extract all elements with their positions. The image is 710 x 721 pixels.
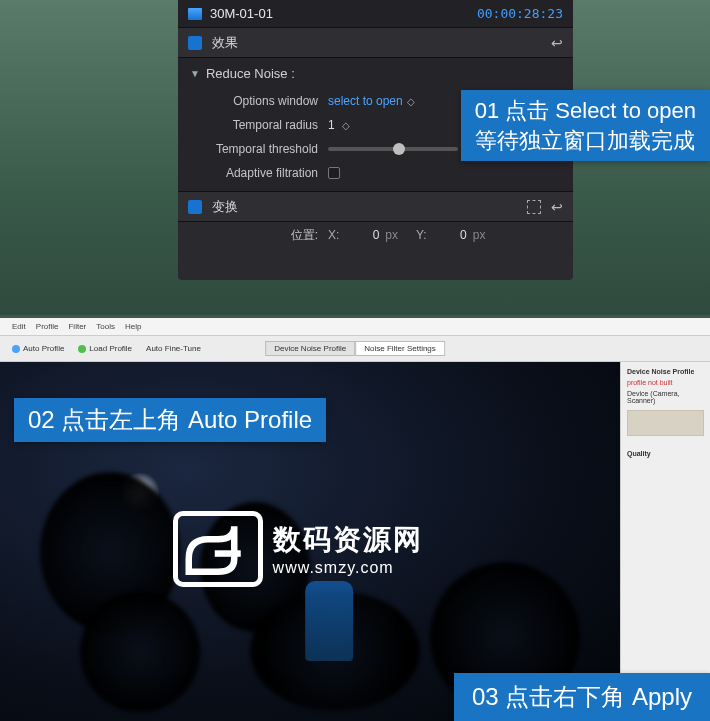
fine-tune-button[interactable]: Auto Fine-Tune xyxy=(142,342,205,355)
load-profile-button[interactable]: Load Profile xyxy=(74,342,136,355)
adaptive-filtration-label: Adaptive filtration xyxy=(178,166,328,180)
menu-tools[interactable]: Tools xyxy=(96,322,115,331)
dark-blob xyxy=(80,592,200,712)
app-toolbar: Auto Profile Load Profile Auto Fine-Tune… xyxy=(0,336,710,362)
y-unit: px xyxy=(473,228,486,242)
clip-icon xyxy=(188,8,202,20)
effects-checkbox-icon[interactable] xyxy=(188,36,202,50)
menu-edit[interactable]: Edit xyxy=(12,322,26,331)
load-profile-label: Load Profile xyxy=(89,344,132,353)
profile-side-panel: Device Noise Profile profile not built D… xyxy=(620,362,710,721)
watermark-cn: 数码资源网 xyxy=(273,521,423,559)
position-row: 位置: X: 0 px Y: 0 px xyxy=(178,222,573,248)
bottom-section: Edit Profile Filter Tools Help Auto Prof… xyxy=(0,318,710,721)
options-window-popup[interactable]: select to open xyxy=(328,94,403,108)
popup-caret-icon[interactable]: ◇ xyxy=(403,94,415,108)
disclosure-icon[interactable]: ▼ xyxy=(190,68,200,79)
temporal-threshold-slider[interactable] xyxy=(328,147,458,151)
menu-filter[interactable]: Filter xyxy=(68,322,86,331)
app-menubar: Edit Profile Filter Tools Help xyxy=(0,318,710,336)
callout-01-line2: 等待独立窗口加载完成 xyxy=(475,126,696,156)
temporal-radius-stepper[interactable]: 1 ◇ xyxy=(328,118,350,132)
transform-section-header[interactable]: 变换 ↩ xyxy=(178,192,573,222)
auto-profile-icon xyxy=(12,345,20,353)
temporal-radius-value: 1 xyxy=(328,118,335,132)
tab-noise-filter-settings[interactable]: Noise Filter Settings xyxy=(355,341,445,356)
device-label: Device (Camera, Scanner) xyxy=(627,390,704,404)
tab-device-noise-profile[interactable]: Device Noise Profile xyxy=(265,341,355,356)
view-tabs: Device Noise Profile Noise Filter Settin… xyxy=(265,341,445,356)
callout-01: 01 点击 Select to open 等待独立窗口加载完成 xyxy=(461,90,710,161)
callout-03: 03 点击右下角 Apply xyxy=(454,673,710,721)
top-section: 30M-01-01 00:00:28:23 效果 ↩ ▼ Reduce Nois… xyxy=(0,0,710,315)
stepper-caret-icon[interactable]: ◇ xyxy=(342,120,350,131)
watermark-en: www.smzy.com xyxy=(273,559,423,577)
position-label: 位置: xyxy=(178,227,328,244)
slider-knob-icon[interactable] xyxy=(393,143,405,155)
clip-timecode: 00:00:28:23 xyxy=(477,6,563,21)
auto-profile-button[interactable]: Auto Profile xyxy=(8,342,68,355)
transform-label: 变换 xyxy=(212,198,238,216)
load-profile-icon xyxy=(78,345,86,353)
position-y-value[interactable]: 0 xyxy=(433,228,467,242)
effect-name: Reduce Noise xyxy=(206,66,295,81)
menu-help[interactable]: Help xyxy=(125,322,141,331)
effects-section-header[interactable]: 效果 ↩ xyxy=(178,28,573,58)
clip-header: 30M-01-01 00:00:28:23 xyxy=(178,0,573,28)
clip-title: 30M-01-01 xyxy=(210,6,273,21)
temporal-radius-label: Temporal radius xyxy=(178,118,328,132)
reset-icon[interactable]: ↩ xyxy=(551,35,563,51)
adaptive-filtration-row: Adaptive filtration xyxy=(178,161,573,185)
adaptive-filtration-checkbox[interactable] xyxy=(328,167,340,179)
side-header: Device Noise Profile xyxy=(627,368,704,375)
effect-header[interactable]: ▼ Reduce Noise xyxy=(178,62,573,89)
quality-label: Quality xyxy=(627,450,704,457)
auto-profile-label: Auto Profile xyxy=(23,344,64,353)
reset-icon[interactable]: ↩ xyxy=(551,199,563,215)
svg-rect-0 xyxy=(214,550,240,557)
y-axis-label: Y: xyxy=(416,228,427,242)
callout-02: 02 点击左上角 Auto Profile xyxy=(14,398,326,442)
device-field[interactable] xyxy=(627,410,704,436)
fine-tune-label: Auto Fine-Tune xyxy=(146,344,201,353)
options-window-label: Options window xyxy=(178,94,328,108)
crop-icon[interactable] xyxy=(527,200,541,214)
profile-warning: profile not built xyxy=(627,379,704,386)
menu-profile[interactable]: Profile xyxy=(36,322,59,331)
position-x-value[interactable]: 0 xyxy=(345,228,379,242)
watermark: 数码资源网 www.smzy.com xyxy=(173,511,423,587)
watermark-logo-icon xyxy=(173,511,263,587)
x-unit: px xyxy=(385,228,398,242)
callout-01-line1: 01 点击 Select to open xyxy=(475,96,696,126)
effects-label: 效果 xyxy=(212,34,238,52)
x-axis-label: X: xyxy=(328,228,339,242)
temporal-threshold-label: Temporal threshold xyxy=(178,142,328,156)
person-figure xyxy=(305,581,353,661)
transform-checkbox-icon[interactable] xyxy=(188,200,202,214)
